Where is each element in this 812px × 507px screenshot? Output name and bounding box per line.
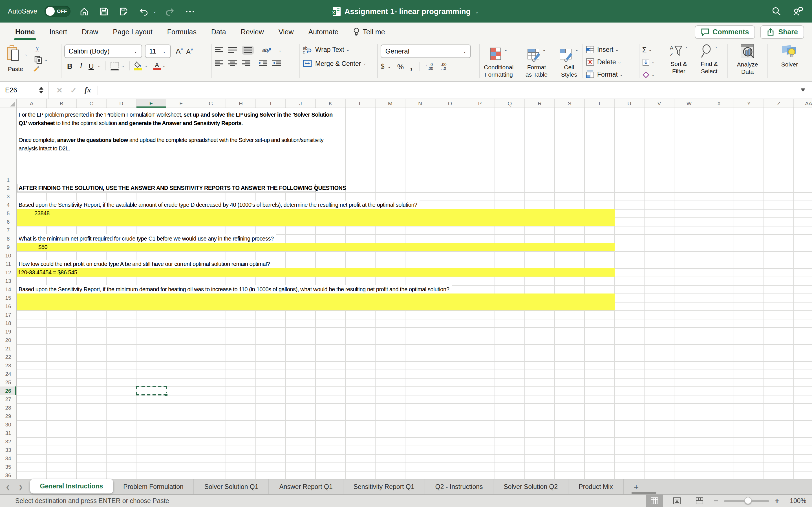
italic-button[interactable]: I	[75, 61, 87, 70]
row-header-7[interactable]: 7	[0, 226, 16, 234]
formula-bar-expand-caret[interactable]	[801, 89, 805, 92]
row-header-24[interactable]: 24	[0, 370, 16, 378]
row-header-16[interactable]: 16	[0, 302, 16, 311]
row-header-36[interactable]: 36	[0, 471, 16, 479]
underline-caret[interactable]: ⌄	[97, 64, 101, 68]
select-all-corner[interactable]	[0, 99, 17, 108]
ribbon-tab-data[interactable]: Data	[204, 22, 234, 41]
column-header-e[interactable]: E	[137, 99, 166, 108]
zoom-slider-thumb[interactable]	[744, 497, 752, 504]
column-header-y[interactable]: Y	[734, 99, 764, 108]
zoom-in-button[interactable]: +	[775, 496, 779, 505]
wrap-text-button[interactable]: abc Wrap Text ⌄	[303, 46, 375, 54]
column-header-k[interactable]: K	[316, 99, 346, 108]
cell-styles-caret[interactable]: ⌄	[575, 48, 578, 52]
cell-a4-question[interactable]: Based upon the Sensitivity Report, if th…	[17, 201, 419, 209]
row-header-12[interactable]: 12	[0, 268, 16, 277]
row-header-10[interactable]: 10	[0, 251, 16, 260]
column-header-r[interactable]: R	[525, 99, 555, 108]
row-header-1[interactable]: 1	[0, 108, 16, 184]
align-top-button[interactable]	[215, 47, 223, 54]
name-box[interactable]: E26	[0, 82, 49, 99]
column-header-z[interactable]: Z	[764, 99, 794, 108]
row-header-14[interactable]: 14	[0, 285, 16, 293]
answer-band-row9[interactable]	[17, 243, 615, 251]
cell-a14-question[interactable]: Based upon the Sensitivity Report, if th…	[17, 285, 451, 293]
row-header-30[interactable]: 30	[0, 420, 16, 429]
comma-style-button[interactable]: ,	[410, 64, 412, 69]
conditional-formatting-button[interactable]: ⌄ ConditionalFormatting	[484, 45, 513, 78]
sheet-tab-sensitivity-report-q1[interactable]: Sensitivity Report Q1	[343, 479, 425, 494]
analyze-data-button[interactable]: AnalyzeData	[730, 41, 764, 81]
format-cells-caret[interactable]: ⌄	[619, 72, 623, 76]
cell-a11-question[interactable]: How low could the net profit on crude ty…	[17, 260, 272, 268]
align-center-button[interactable]	[229, 60, 237, 66]
cell-a1-instructions[interactable]: For the LP problem presented in the 'Pro…	[17, 108, 346, 184]
answer-band-rows5-6[interactable]	[17, 209, 615, 226]
row-header-27[interactable]: 27	[0, 395, 16, 403]
cell-a9-answer[interactable]: $50	[38, 243, 47, 251]
decrease-indent-button[interactable]	[259, 60, 267, 66]
delete-cells-caret[interactable]: ⌄	[617, 60, 621, 64]
font-size-select[interactable]: 11⌄	[145, 45, 170, 58]
sheet-tab-solver-solution-q1[interactable]: Solver Solution Q1	[194, 479, 269, 494]
save-as-icon[interactable]	[117, 5, 130, 17]
paste-caret[interactable]: ⌄	[24, 52, 28, 56]
row-header-2[interactable]: 2	[0, 184, 16, 192]
column-header-n[interactable]: N	[405, 99, 435, 108]
cell-a8-question[interactable]: What is the minimum net profit required …	[17, 234, 276, 243]
answer-band-rows15-16[interactable]	[17, 293, 615, 311]
cell-a12-answer[interactable]: 120-33.45454 = $86.545	[18, 268, 77, 277]
row-header-13[interactable]: 13	[0, 277, 16, 285]
autosave-toggle[interactable]: OFF	[45, 6, 70, 17]
ribbon-tab-view[interactable]: View	[271, 22, 301, 41]
cell-a5-answer[interactable]: 23848	[35, 209, 50, 217]
column-header-v[interactable]: V	[645, 99, 674, 108]
row-header-22[interactable]: 22	[0, 353, 16, 361]
redo-icon[interactable]	[164, 5, 176, 17]
add-sheet-button[interactable]: +	[629, 482, 644, 492]
document-title[interactable]: Assignment 1- linear programming	[345, 7, 470, 15]
ribbon-tab-formulas[interactable]: Formulas	[160, 22, 204, 41]
row-header-5[interactable]: 5	[0, 209, 16, 217]
cell-a2-heading[interactable]: AFTER FINDING THE SOLUTION, USE THE ANSW…	[17, 184, 316, 192]
delete-cells-button[interactable]: Delete ⌄	[586, 56, 636, 68]
save-icon[interactable]	[98, 5, 110, 17]
orientation-button[interactable]: ab	[262, 46, 271, 54]
bold-button[interactable]: B	[64, 62, 75, 70]
sheet-tab-product-mix[interactable]: Product Mix	[568, 479, 623, 494]
row-header-19[interactable]: 19	[0, 327, 16, 336]
row-header-11[interactable]: 11	[0, 260, 16, 268]
more-commands-icon[interactable]	[184, 5, 196, 17]
column-header-p[interactable]: P	[465, 99, 495, 108]
horizontal-scrollbar-thumb[interactable]	[631, 492, 656, 494]
format-as-table-caret[interactable]: ⌄	[542, 48, 546, 52]
column-header-j[interactable]: J	[286, 99, 316, 108]
currency-button[interactable]: $	[381, 62, 385, 71]
row-header-8[interactable]: 8	[0, 234, 16, 243]
undo-caret[interactable]: ⌄	[153, 9, 156, 13]
format-painter-button[interactable]	[32, 64, 41, 73]
formula-input[interactable]	[98, 82, 801, 99]
wrap-text-caret[interactable]: ⌄	[346, 48, 350, 52]
column-header-c[interactable]: C	[77, 99, 107, 108]
column-header-b[interactable]: B	[47, 99, 77, 108]
zoom-slider[interactable]	[724, 500, 769, 502]
conditional-formatting-caret[interactable]: ⌄	[504, 48, 507, 52]
cancel-entry-icon[interactable]: ✕	[56, 86, 63, 94]
insert-cells-caret[interactable]: ⌄	[615, 48, 619, 52]
column-header-f[interactable]: F	[166, 99, 196, 108]
sheet-nav-right-icon[interactable]: ❯	[18, 484, 23, 490]
merge-center-caret[interactable]: ⌄	[363, 61, 366, 65]
row-header-23[interactable]: 23	[0, 361, 16, 370]
row-header-9[interactable]: 9	[0, 243, 16, 251]
column-header-l[interactable]: L	[346, 99, 375, 108]
sheet-nav-left-icon[interactable]: ❮	[6, 484, 10, 490]
home-icon[interactable]	[78, 5, 90, 17]
clear-caret[interactable]: ⌄	[651, 72, 655, 76]
insert-function-icon[interactable]: fx	[85, 86, 91, 95]
ribbon-tab-tell-me[interactable]: Tell me	[346, 22, 393, 41]
grid-cells[interactable]: For the LP problem presented in the 'Pro…	[17, 108, 812, 479]
column-header-x[interactable]: X	[704, 99, 734, 108]
format-cells-button[interactable]: Format ⌄	[586, 69, 636, 80]
